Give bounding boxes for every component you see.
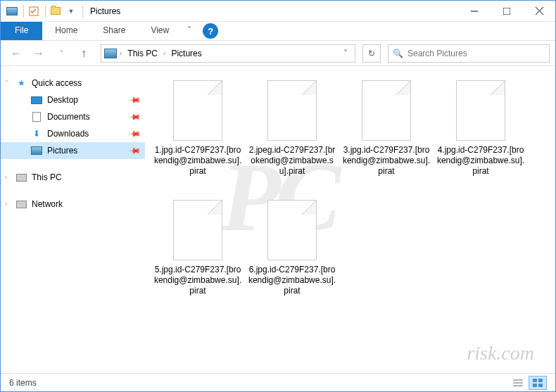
titlebar: ▼ Pictures	[1, 1, 555, 22]
file-name: 3.jpg.id-C279F237.[brokendig@zimbabwe.su…	[342, 145, 431, 177]
navbar: ← → ˅ ↑ › This PC › Pictures ˅ ↻ 🔍	[1, 41, 555, 66]
sidebar-item-pictures[interactable]: Pictures 📌	[1, 142, 145, 159]
sidebar-this-pc[interactable]: › This PC	[1, 169, 145, 186]
chevron-right-icon[interactable]: ›	[5, 174, 7, 181]
file-icon	[173, 200, 222, 260]
sidebar-item-label: Pictures	[47, 146, 77, 156]
sidebar-label: Quick access	[32, 78, 82, 88]
svg-rect-11	[538, 384, 543, 387]
search-icon: 🔍	[393, 49, 403, 58]
file-name: 2.jpeg.id-C279F237.[brokendig@zimbabwe.s…	[248, 145, 336, 177]
pin-icon: 📌	[127, 144, 141, 157]
chevron-right-icon[interactable]: ›	[5, 201, 7, 208]
item-count: 6 items	[9, 378, 37, 388]
file-name: 4.jpg.id-C279F237.[brokendig@zimbabwe.su…	[436, 145, 525, 177]
star-icon: ★	[15, 77, 27, 89]
ribbon: File Home Share View ˅ ?	[1, 22, 555, 41]
file-item[interactable]: 3.jpg.id-C279F237.[brokendig@zimbabwe.su…	[339, 75, 434, 194]
file-name: 5.jpg.id-C279F237.[brokendig@zimbabwe.su…	[153, 265, 242, 296]
network-icon	[15, 198, 27, 210]
address-bar[interactable]: › This PC › Pictures ˅	[101, 44, 355, 63]
pin-icon: 📌	[127, 93, 141, 106]
search-box[interactable]: 🔍	[388, 44, 550, 63]
svg-rect-2	[503, 8, 510, 15]
app-icon	[5, 4, 19, 18]
svg-rect-9	[538, 379, 543, 382]
close-button[interactable]	[523, 1, 555, 22]
pin-icon: 📌	[127, 110, 141, 123]
file-icon	[362, 80, 411, 141]
sidebar-label: This PC	[32, 172, 62, 182]
chevron-right-icon[interactable]: ›	[120, 49, 122, 57]
navigation-pane: ˅ ★ Quick access Desktop 📌 Documents 📌 ⬇…	[1, 66, 145, 374]
help-icon[interactable]: ?	[203, 23, 218, 39]
recent-dropdown-icon[interactable]: ˅	[51, 44, 71, 63]
sidebar-item-desktop[interactable]: Desktop 📌	[1, 91, 145, 108]
details-view-button[interactable]	[509, 376, 527, 390]
file-item[interactable]: 5.jpg.id-C279F237.[brokendig@zimbabwe.su…	[151, 194, 245, 314]
documents-icon	[30, 111, 43, 122]
svg-rect-10	[533, 384, 537, 387]
address-dropdown-icon[interactable]: ˅	[339, 49, 352, 58]
file-icon	[173, 80, 222, 141]
file-icon	[267, 80, 317, 141]
file-item[interactable]: 1.jpg.id-C279F237.[brokendig@zimbabwe.su…	[151, 75, 245, 194]
file-item[interactable]: 4.jpg.id-C279F237.[brokendig@zimbabwe.su…	[434, 75, 528, 194]
chevron-right-icon[interactable]: ›	[163, 49, 165, 57]
pictures-icon	[30, 145, 43, 156]
computer-icon	[15, 172, 27, 183]
file-list[interactable]: 1.jpg.id-C279F237.[brokendig@zimbabwe.su…	[145, 66, 555, 374]
sidebar-item-label: Downloads	[47, 129, 89, 139]
file-name: 6.jpg.id-C279F237.[brokendig@zimbabwe.su…	[248, 265, 336, 296]
file-tab[interactable]: File	[1, 22, 42, 40]
sidebar-network[interactable]: › Network	[1, 196, 145, 213]
qat-newfolder-icon[interactable]	[49, 4, 63, 18]
folder-icon	[104, 49, 117, 58]
file-item[interactable]: 2.jpeg.id-C279F237.[brokendig@zimbabwe.s…	[245, 75, 339, 194]
tab-share[interactable]: Share	[90, 22, 138, 40]
chevron-down-icon[interactable]: ˅	[5, 80, 8, 87]
pin-icon: 📌	[127, 127, 141, 140]
maximize-button[interactable]	[491, 1, 523, 22]
file-icon	[267, 200, 317, 260]
forward-button[interactable]: →	[29, 44, 49, 63]
sidebar-item-label: Documents	[47, 112, 90, 122]
file-item[interactable]: 6.jpg.id-C279F237.[brokendig@zimbabwe.su…	[245, 194, 339, 314]
tab-home[interactable]: Home	[42, 22, 90, 40]
qat-dropdown-icon[interactable]: ▼	[64, 4, 78, 18]
downloads-icon: ⬇	[30, 128, 43, 139]
file-name: 1.jpg.id-C279F237.[brokendig@zimbabwe.su…	[153, 145, 242, 177]
desktop-icon	[30, 94, 43, 106]
sidebar-quick-access[interactable]: ˅ ★ Quick access	[1, 75, 145, 91]
file-icon	[456, 80, 505, 141]
breadcrumb-root[interactable]: This PC	[125, 47, 160, 60]
window-title: Pictures	[90, 6, 120, 16]
breadcrumb-current[interactable]: Pictures	[168, 47, 204, 60]
tab-view[interactable]: View	[138, 22, 182, 40]
up-button[interactable]: ↑	[74, 44, 94, 63]
sidebar-item-downloads[interactable]: ⬇ Downloads 📌	[1, 125, 145, 142]
back-button[interactable]: ←	[6, 44, 26, 63]
search-input[interactable]	[407, 49, 545, 58]
svg-rect-8	[533, 379, 537, 382]
minimize-button[interactable]	[458, 1, 491, 22]
sidebar-item-documents[interactable]: Documents 📌	[1, 108, 145, 125]
refresh-button[interactable]: ↻	[362, 44, 381, 63]
sidebar-item-label: Desktop	[47, 95, 78, 105]
thumbnails-view-button[interactable]	[529, 376, 547, 390]
qat-properties-icon[interactable]	[27, 4, 41, 18]
status-bar: 6 items	[1, 373, 555, 391]
sidebar-label: Network	[32, 199, 63, 209]
ribbon-collapse-icon[interactable]: ˅	[182, 22, 197, 40]
